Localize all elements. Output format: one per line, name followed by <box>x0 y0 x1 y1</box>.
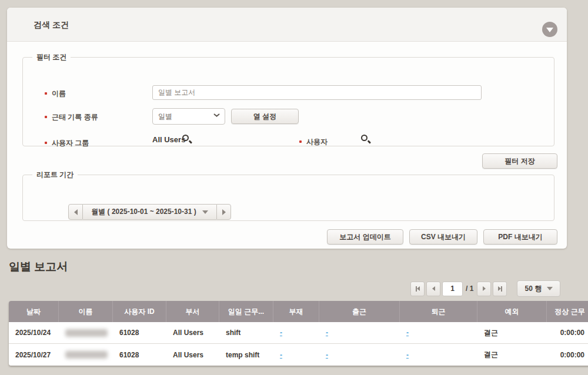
action-buttons-row: 보고서 업데이트 CSV 내보내기 PDF 내보내기 <box>327 229 557 245</box>
column-header-user_id[interactable]: 사용자 ID <box>113 301 166 322</box>
cell-link-absence[interactable]: - <box>280 329 282 337</box>
table-row[interactable]: 2025/10/2461028All Usersshift---결근0:00:0… <box>9 322 588 344</box>
cell-check_in: - <box>319 322 400 343</box>
column-header-daily_schedule[interactable]: 일일 근무... <box>219 301 273 322</box>
chevron-down-icon <box>546 28 553 32</box>
chevron-down-icon <box>547 287 553 290</box>
report-period-fieldset: 리포트 기간 월별 ( 2025-10-01 ~ 2025-10-31 ) <box>22 170 554 221</box>
filter-conditions-fieldset: 필터 조건 이름 근태 기록 종류 일별 열 설정 사용자 그룹 All Use… <box>22 52 554 146</box>
redacted-name <box>65 329 108 337</box>
rows-per-page-value: 50 행 <box>525 284 542 294</box>
required-dot-icon <box>45 142 47 144</box>
column-settings-button[interactable]: 열 설정 <box>231 109 299 124</box>
page-total: / 1 <box>466 284 473 293</box>
column-header-name[interactable]: 이름 <box>59 301 113 322</box>
cell-normal_work: 0:00:00 <box>547 322 588 343</box>
table-body: 2025/10/2461028All Usersshift---결근0:00:0… <box>9 322 588 366</box>
report-name-input[interactable] <box>152 85 482 100</box>
cell-department: All Users <box>166 322 219 343</box>
period-select-button[interactable]: 월별 ( 2025-10-01 ~ 2025-10-31 ) <box>83 204 216 220</box>
column-header-department[interactable]: 부서 <box>166 301 219 322</box>
report-title: 일별 보고서 <box>9 259 68 274</box>
cell-date: 2025/10/27 <box>9 344 59 366</box>
cell-date: 2025/10/24 <box>9 322 59 343</box>
previous-page-button[interactable] <box>426 282 440 296</box>
attendance-type-label: 근태 기록 종류 <box>45 112 98 122</box>
update-report-button[interactable]: 보고서 업데이트 <box>327 229 403 245</box>
period-value: 월별 ( 2025-10-01 ~ 2025-10-31 ) <box>91 207 196 217</box>
cell-absence: - <box>273 344 319 366</box>
pagination: / 1 50 행 <box>410 280 560 297</box>
name-label: 이름 <box>45 89 66 99</box>
user-search-icon[interactable] <box>360 134 371 145</box>
required-dot-icon <box>45 92 47 95</box>
table-header-row: 날짜이름사용자 ID부서일일 근무...부재출근퇴근예외정상 근무 <box>9 301 588 322</box>
user-group-search-icon[interactable] <box>182 134 192 145</box>
next-period-button[interactable] <box>216 204 231 220</box>
panel-header: 검색 조건 <box>7 8 567 42</box>
column-header-absence[interactable]: 부재 <box>273 301 319 322</box>
cell-user_id: 61028 <box>113 344 166 366</box>
cell-link-check_out[interactable]: - <box>406 351 409 359</box>
cell-name <box>59 344 113 366</box>
cell-link-check_in[interactable]: - <box>326 351 328 359</box>
attendance-type-value: 일별 <box>158 112 172 122</box>
chevron-down-icon <box>202 210 208 214</box>
export-csv-button[interactable]: CSV 내보내기 <box>409 229 477 245</box>
column-header-exception[interactable]: 예외 <box>477 301 547 322</box>
cell-user_id: 61028 <box>113 322 166 343</box>
period-navigator: 월별 ( 2025-10-01 ~ 2025-10-31 ) <box>68 204 231 220</box>
user-label: 사용자 <box>299 137 328 147</box>
previous-period-button[interactable] <box>68 204 83 220</box>
collapse-panel-button[interactable] <box>542 22 557 37</box>
cell-exception: 결근 <box>477 344 547 366</box>
column-header-check_in[interactable]: 출근 <box>319 301 400 322</box>
search-conditions-panel: 검색 조건 필터 조건 이름 근태 기록 종류 일별 열 설정 사용자 그룹 A… <box>7 8 567 249</box>
column-header-normal_work[interactable]: 정상 근무 <box>547 301 588 322</box>
cell-link-check_in[interactable]: - <box>326 329 328 337</box>
report-period-legend: 리포트 기간 <box>32 170 78 180</box>
column-header-date[interactable]: 날짜 <box>9 301 59 322</box>
table-row[interactable]: 2025/10/2761028All Userstemp shift---결근0… <box>9 344 588 366</box>
attendance-type-select[interactable]: 일별 <box>152 108 225 125</box>
rows-per-page-select[interactable]: 50 행 <box>517 280 560 297</box>
first-page-button[interactable] <box>410 282 425 296</box>
cell-link-check_out[interactable]: - <box>406 329 409 337</box>
column-header-check_out[interactable]: 퇴근 <box>400 301 477 322</box>
filter-conditions-legend: 필터 조건 <box>32 52 71 62</box>
report-table: 날짜이름사용자 ID부서일일 근무...부재출근퇴근예외정상 근무 2025/1… <box>9 301 588 366</box>
required-dot-icon <box>45 116 47 118</box>
cell-absence: - <box>273 322 319 343</box>
next-page-button[interactable] <box>477 282 491 296</box>
export-pdf-button[interactable]: PDF 내보내기 <box>483 229 557 245</box>
cell-daily_schedule: shift <box>219 322 273 343</box>
required-dot-icon <box>299 140 302 143</box>
redacted-name <box>65 351 108 359</box>
arrow-left-icon <box>432 286 435 291</box>
last-page-button[interactable] <box>493 282 507 296</box>
user-group-value: All Users <box>152 135 185 144</box>
cell-check_out: - <box>400 344 477 366</box>
cell-exception: 결근 <box>477 322 547 343</box>
cell-name <box>59 322 113 343</box>
cell-department: All Users <box>166 344 219 366</box>
save-filter-button[interactable]: 필터 저장 <box>482 153 557 169</box>
arrow-left-icon <box>417 286 420 291</box>
arrow-left-icon <box>74 209 78 215</box>
arrow-right-icon <box>483 286 486 291</box>
user-group-label: 사용자 그룹 <box>45 138 89 148</box>
page-number-input[interactable] <box>442 282 463 296</box>
cell-daily_schedule: temp shift <box>219 344 273 366</box>
arrow-right-icon <box>222 209 226 215</box>
cell-check_in: - <box>319 344 400 366</box>
cell-normal_work: 0:00:00 <box>547 344 588 366</box>
cell-check_out: - <box>400 322 477 343</box>
panel-title: 검색 조건 <box>34 20 69 31</box>
cell-link-absence[interactable]: - <box>280 351 282 359</box>
chevron-down-icon <box>214 115 219 118</box>
